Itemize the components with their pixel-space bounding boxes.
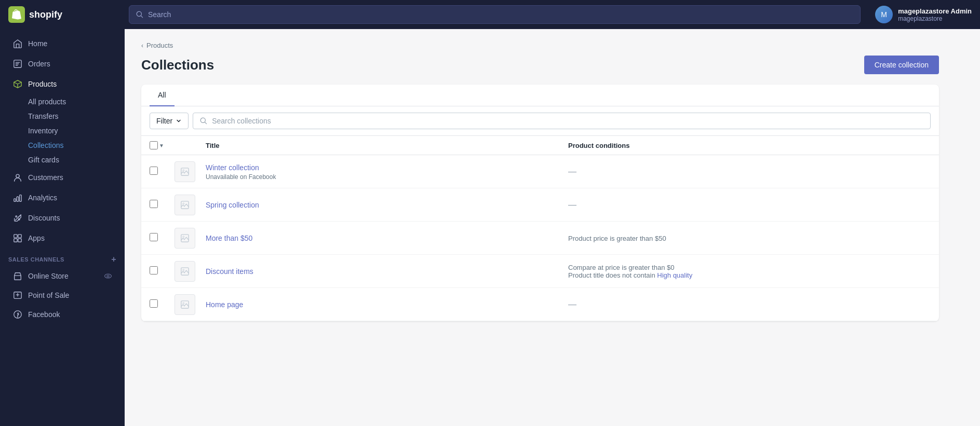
logo-text: shopify — [29, 9, 62, 20]
avatar: M — [875, 6, 893, 23]
svg-rect-11 — [18, 239, 21, 242]
sidebar-item-apps-label: Apps — [28, 234, 45, 242]
sidebar-item-apps[interactable]: Apps — [4, 228, 120, 248]
page-title: Collections — [141, 57, 214, 73]
add-channel-icon[interactable]: + — [111, 255, 116, 264]
svg-rect-8 — [14, 235, 17, 238]
content-area: ‹ Products Collections Create collection… — [125, 29, 980, 426]
sales-channels-section: SALES CHANNELS + — [0, 249, 125, 266]
collection-link-spring[interactable]: Spring collection — [206, 201, 259, 209]
row-title-2: Spring collection — [206, 200, 568, 210]
svg-rect-3 — [14, 199, 16, 201]
filter-chevron-icon — [176, 118, 182, 124]
svg-point-18 — [183, 169, 184, 171]
filter-button-label: Filter — [156, 117, 172, 125]
row-conditions-3: Product price is greater than $50 — [568, 233, 931, 243]
table-row: Home page — — [141, 288, 939, 321]
svg-point-12 — [105, 274, 112, 278]
collections-search-bar[interactable] — [193, 113, 931, 129]
top-search-bar[interactable] — [129, 5, 861, 24]
sidebar-subitem-collections[interactable]: Collections — [4, 138, 120, 153]
tabs-bar: All — [141, 85, 939, 106]
shopify-logo-icon — [8, 6, 25, 23]
sidebar-subitem-gift-cards[interactable]: Gift cards — [4, 153, 120, 167]
orders-icon — [12, 59, 23, 69]
tab-all[interactable]: All — [150, 85, 174, 106]
sidebar-item-discounts-label: Discounts — [28, 214, 60, 222]
breadcrumb-parent[interactable]: Products — [146, 42, 173, 49]
sidebar-item-online-store-label: Online Store — [28, 272, 69, 280]
header-checkbox[interactable] — [150, 141, 158, 149]
row-checkbox-morethan50[interactable] — [150, 233, 158, 241]
search-icon — [136, 10, 144, 19]
conditions-winter: — — [568, 167, 576, 176]
row-checkbox-winter[interactable] — [150, 167, 158, 175]
table-row: Discount items Compare at price is great… — [141, 255, 939, 288]
svg-point-13 — [107, 275, 109, 277]
header-checkbox-col: ▼ — [150, 141, 174, 149]
apps-icon — [12, 233, 23, 243]
customers-icon — [12, 172, 23, 183]
collections-search-input[interactable] — [212, 117, 924, 125]
row-checkbox-1 — [150, 167, 174, 177]
eye-icon[interactable] — [104, 272, 112, 280]
row-title-4: Discount items — [206, 267, 568, 276]
thumbnail-morethan50 — [174, 228, 195, 249]
sidebar-item-online-store[interactable]: Online Store — [4, 267, 120, 285]
products-icon — [12, 79, 23, 89]
row-title-3: More than $50 — [206, 233, 568, 243]
sidebar-subitem-inventory[interactable]: Inventory — [4, 123, 120, 138]
conditions-spring: — — [568, 200, 576, 209]
collection-link-morethan50[interactable]: More than $50 — [206, 234, 252, 242]
user-store: mageplazastore — [898, 15, 972, 22]
sidebar-item-pos-label: Point of Sale — [28, 291, 69, 299]
conditions-discount-line2: Product title does not contain High qual… — [568, 271, 931, 279]
collection-subtitle-winter: Unavailable on Facebook — [206, 173, 568, 181]
collections-card: All Filter — [141, 85, 939, 321]
sidebar-item-facebook[interactable]: Facebook — [4, 305, 120, 324]
sidebar-item-home[interactable]: Home — [4, 34, 120, 53]
sidebar-item-point-of-sale[interactable]: Point of Sale — [4, 286, 120, 305]
row-thumbnail-5 — [174, 294, 206, 315]
sidebar-item-analytics-label: Analytics — [28, 194, 57, 202]
sidebar-item-discounts[interactable]: Discounts — [4, 208, 120, 228]
sidebar-subitem-transfers[interactable]: Transfers — [4, 109, 120, 123]
sidebar-subitem-inventory-label: Inventory — [28, 127, 58, 135]
svg-point-20 — [183, 202, 184, 204]
avatar-initial: M — [881, 10, 887, 19]
thumbnail-homepage — [174, 294, 195, 315]
thumbnail-spring — [174, 195, 195, 215]
filter-button[interactable]: Filter — [150, 113, 189, 129]
create-collection-button[interactable]: Create collection — [864, 56, 939, 74]
sidebar-subitem-collections-label: Collections — [28, 141, 63, 149]
sidebar-item-products[interactable]: Products — [4, 74, 120, 94]
collection-link-winter[interactable]: Winter collection — [206, 163, 259, 172]
svg-rect-10 — [14, 239, 17, 242]
svg-point-26 — [183, 302, 184, 304]
header-checkbox-group: ▼ — [150, 141, 174, 149]
sidebar-item-orders-label: Orders — [28, 60, 50, 68]
user-area: M mageplazastore Admin mageplazastore — [875, 6, 972, 23]
home-icon — [12, 38, 23, 49]
top-search-input[interactable] — [148, 10, 854, 19]
svg-point-2 — [16, 174, 19, 177]
sidebar-item-analytics[interactable]: Analytics — [4, 188, 120, 208]
collection-link-homepage[interactable]: Home page — [206, 300, 243, 309]
header-checkbox-arrow[interactable]: ▼ — [159, 143, 164, 148]
row-checkbox-spring[interactable] — [150, 200, 158, 208]
filter-row: Filter — [141, 106, 939, 136]
collection-link-discount[interactable]: Discount items — [206, 267, 253, 276]
row-conditions-5: — — [568, 300, 931, 309]
sidebar-item-orders[interactable]: Orders — [4, 54, 120, 74]
table-header: ▼ Title Product conditions — [141, 136, 939, 155]
sidebar-item-facebook-label: Facebook — [28, 310, 60, 319]
sidebar-subitem-all-products[interactable]: All products — [4, 94, 120, 109]
user-name: mageplazastore Admin — [898, 7, 972, 15]
row-checkbox-homepage[interactable] — [150, 299, 158, 308]
sidebar-item-customers[interactable]: Customers — [4, 168, 120, 187]
row-checkbox-discount[interactable] — [150, 266, 158, 274]
row-checkbox-2 — [150, 200, 174, 210]
online-store-icon — [12, 271, 23, 281]
user-info: mageplazastore Admin mageplazastore — [898, 7, 972, 22]
conditions-discount-highlight: High quality — [657, 271, 692, 279]
